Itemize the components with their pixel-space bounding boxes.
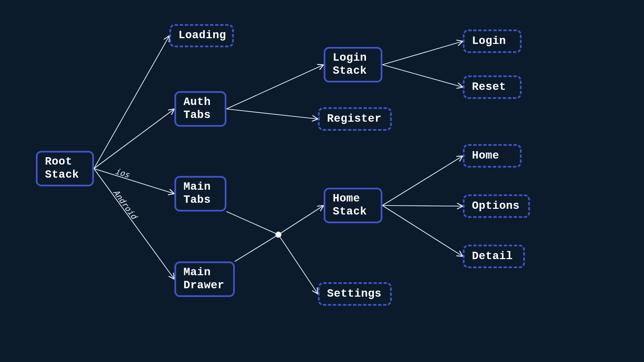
node-label: Main Tabs: [183, 181, 211, 207]
svg-line-9: [278, 235, 318, 294]
svg-line-1: [94, 109, 174, 169]
svg-line-3: [94, 169, 174, 279]
node-label: Loading: [178, 29, 226, 42]
svg-point-15: [275, 232, 281, 238]
svg-line-14: [382, 205, 463, 256]
node-label: Login Stack: [333, 52, 367, 78]
svg-line-2: [94, 169, 174, 194]
node-auth-tabs: Auth Tabs: [174, 91, 226, 127]
svg-line-10: [382, 41, 463, 65]
node-home-stack: Home Stack: [324, 188, 382, 223]
node-main-tabs: Main Tabs: [174, 176, 226, 212]
navigation-diagram: Root Stack Loading Auth Tabs Main Tabs M…: [0, 0, 644, 362]
svg-line-6: [226, 212, 278, 235]
svg-line-4: [226, 65, 324, 109]
node-options: Options: [463, 194, 530, 218]
svg-line-11: [382, 65, 463, 87]
node-label: Auth Tabs: [183, 96, 211, 122]
node-label: Reset: [472, 81, 506, 94]
node-login: Login: [463, 29, 522, 53]
node-label: Main Drawer: [183, 266, 224, 292]
svg-line-13: [382, 205, 463, 206]
svg-line-0: [94, 36, 169, 169]
edge-label-ios: ios: [114, 167, 130, 180]
node-register: Register: [318, 107, 392, 131]
node-root-stack: Root Stack: [36, 151, 94, 186]
svg-line-8: [278, 205, 324, 235]
node-label: Detail: [472, 250, 513, 263]
svg-line-12: [382, 156, 463, 205]
edge-layer: [0, 0, 644, 362]
node-main-drawer: Main Drawer: [174, 261, 235, 297]
node-label: Home: [472, 149, 499, 163]
node-label: Home Stack: [333, 192, 367, 219]
node-login-stack: Login Stack: [324, 47, 382, 82]
node-loading: Loading: [169, 24, 234, 47]
edge-label-android: Android: [111, 188, 139, 221]
node-label: Register: [327, 113, 381, 126]
node-settings: Settings: [318, 282, 392, 306]
node-label: Options: [472, 200, 520, 213]
node-reset: Reset: [463, 75, 522, 99]
svg-line-7: [235, 235, 278, 261]
node-label: Settings: [327, 288, 381, 301]
svg-line-5: [226, 109, 318, 119]
node-detail: Detail: [463, 245, 525, 268]
node-label: Login: [472, 35, 506, 48]
node-home: Home: [463, 144, 522, 168]
node-label: Root Stack: [45, 156, 79, 182]
